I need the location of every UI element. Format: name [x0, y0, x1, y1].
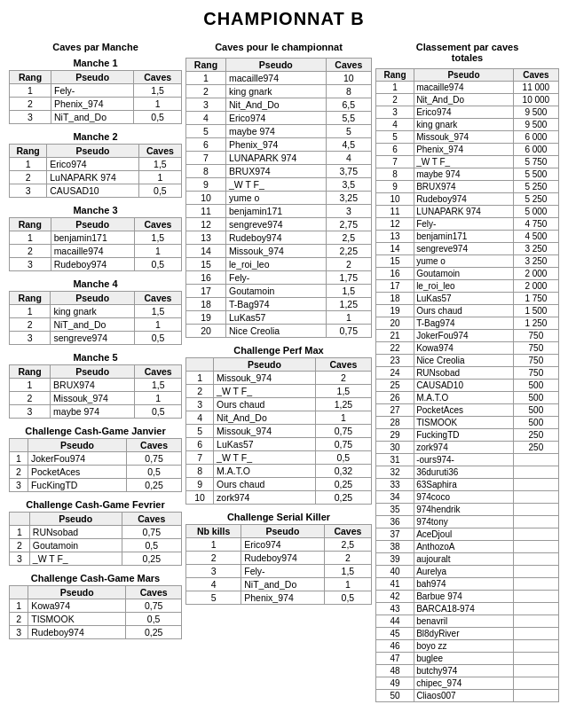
table-cell: 7	[186, 451, 214, 465]
table-row: 14Missouk_9742,25	[186, 245, 372, 258]
table-cell: 19	[376, 305, 414, 317]
table-row: 37AceDjoul	[376, 528, 559, 541]
manche2-table: Rang Pseudo Caves 1Erico9741,52LuNAPARK …	[9, 144, 182, 198]
table-row: 3FucKingTD0,25	[10, 479, 182, 492]
table-row: 3363Saphira	[376, 479, 559, 491]
table-cell: 6	[186, 438, 214, 451]
table-row: 7_W T F_5 750	[376, 156, 559, 168]
table-row: 6Phenix_9744,5	[186, 138, 372, 152]
table-cell: Bl8dyRiver	[414, 628, 514, 640]
perf-max-table: Pseudo Caves 1Missouk_97422_W T F_1,53Ou…	[185, 357, 372, 505]
table-cell: 8	[186, 165, 226, 178]
table-row: 1king gnark1,5	[10, 305, 182, 318]
table-cell: 2	[186, 552, 241, 565]
table-row: 3Rudeboy9740,25	[10, 626, 182, 639]
table-row: 8BRUX9743,75	[186, 165, 372, 178]
table-row: 50Cliaos007	[376, 690, 559, 702]
table-cell: TISMOOK	[414, 417, 514, 429]
page-title: CHAMPIONNAT B	[9, 9, 559, 29]
table-cell: benjamin171	[225, 205, 326, 218]
table-cell: 40	[376, 566, 414, 578]
table-cell: 3	[186, 398, 214, 411]
table-cell: 750	[513, 342, 558, 355]
table-row: 39aujouralt	[376, 553, 559, 566]
table-cell: 10 000	[513, 94, 558, 106]
table-cell: 42	[376, 591, 414, 603]
table-cell: 11 000	[513, 82, 558, 94]
table-row: 9Ours chaud0,25	[186, 478, 372, 491]
table-row: 21JokerFou974750	[376, 330, 559, 342]
table-cell: NiT_and_Do	[51, 111, 134, 124]
table-cell: 2 000	[513, 268, 558, 280]
table-row: 2Rudeboy9742	[186, 552, 372, 565]
table-cell: 2	[10, 318, 51, 332]
table-cell: benavril	[414, 615, 514, 628]
table-cell: 4	[186, 112, 226, 125]
table-row: 1Erico9741,5	[10, 158, 182, 171]
table-cell: 3	[10, 405, 51, 419]
table-cell: 1	[186, 538, 241, 552]
table-cell: 0,25	[315, 491, 371, 505]
table-cell	[513, 677, 558, 690]
table-cell: 1	[134, 245, 181, 258]
table-cell: 32	[376, 466, 414, 479]
table-cell: 2,25	[326, 245, 371, 258]
table-cell: Aurelya	[414, 566, 514, 578]
table-cell: RUNsobad	[29, 526, 122, 539]
table-row: 49chipec_974	[376, 677, 559, 690]
table-row: 30zork974250	[376, 442, 559, 454]
table-row: 5Phenix_9740,5	[186, 591, 372, 605]
table-row: 1macaille97410	[186, 72, 372, 85]
table-row: 5maybe 9745	[186, 125, 372, 138]
perf-max-title: Challenge Perf Max	[185, 345, 372, 356]
table-cell: 3,75	[326, 165, 371, 178]
table-cell: 35	[376, 504, 414, 516]
table-cell: _W T F_	[29, 552, 122, 566]
table-cell: Goutamoin	[29, 539, 122, 552]
table-row: 2macaille9741	[10, 245, 182, 258]
table-row: 34974coco	[376, 491, 559, 504]
table-cell: Fely-	[414, 218, 514, 231]
table-cell: 7	[186, 152, 226, 165]
table-row: 2Nit_And_Do10 000	[376, 94, 559, 106]
table-cell: Cliaos007	[414, 690, 514, 702]
table-cell: 63Saphira	[414, 479, 514, 491]
col-right-header: Classement par caves totales	[375, 42, 559, 63]
table-cell: Kowa974	[414, 342, 514, 355]
table-cell: 17	[376, 280, 414, 293]
table-cell: 250	[513, 429, 558, 442]
table-row: 3Erico9749 500	[376, 106, 559, 119]
table-row: 48butchy974	[376, 665, 559, 677]
table-row: 1Kowa9740,75	[10, 599, 182, 613]
table-cell: 43	[376, 603, 414, 615]
table-cell: Rudeboy974	[414, 193, 514, 206]
table-cell: Nit_And_Do	[225, 98, 326, 112]
table-row: 20Nice Creolia0,75	[186, 325, 372, 338]
table-cell: yume o	[414, 255, 514, 268]
table-cell: 3	[10, 184, 47, 198]
manche5-table: Rang Pseudo Caves 1BRUX9741,52Missouk_97…	[9, 364, 182, 419]
table-cell: 20	[186, 325, 226, 338]
table-cell: 0,25	[127, 479, 182, 492]
table-cell	[513, 479, 558, 491]
table-cell	[513, 665, 558, 677]
table-cell: 1,5	[138, 158, 181, 171]
table-row: 44benavril	[376, 615, 559, 628]
table-cell: NiT_and_Do	[51, 318, 135, 332]
table-cell: king gnark	[414, 119, 514, 131]
table-cell: zork974	[414, 442, 514, 454]
table-cell: 5	[186, 591, 241, 605]
table-cell: 5 750	[513, 156, 558, 168]
table-cell: PocketAces	[28, 466, 126, 479]
table-cell: 2	[10, 98, 51, 111]
table-row: 28TISMOOK500	[376, 417, 559, 429]
table-cell	[513, 603, 558, 615]
table-cell: FucKingTD	[28, 479, 126, 492]
table-cell: 0,5	[134, 332, 181, 345]
table-cell: 41	[376, 578, 414, 591]
table-cell: CAUSAD10	[47, 184, 139, 198]
table-cell: 50	[376, 690, 414, 702]
table-cell: 2	[376, 94, 414, 106]
col-mid: Caves pour le championnat Rang Pseudo Ca…	[185, 42, 372, 612]
table-row: 11benjamin1713	[186, 205, 372, 218]
